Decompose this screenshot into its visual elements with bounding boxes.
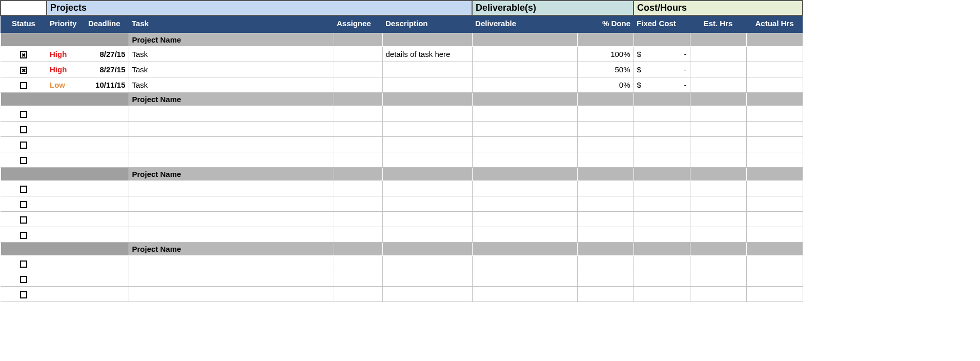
assignee-cell[interactable]	[334, 181, 382, 196]
esthrs-cell[interactable]	[690, 287, 746, 302]
status-checkbox-icon[interactable]	[20, 276, 27, 283]
description-cell[interactable]	[382, 152, 472, 168]
acthrs-cell[interactable]	[746, 212, 803, 227]
task-row[interactable]	[1, 196, 803, 212]
status-checkbox-icon[interactable]	[20, 232, 27, 239]
esthrs-cell[interactable]	[690, 122, 746, 137]
deliverable-cell[interactable]	[472, 227, 577, 243]
task-cell[interactable]	[129, 271, 334, 287]
status-checkbox-icon[interactable]	[20, 82, 27, 89]
description-cell[interactable]	[382, 287, 472, 302]
status-checkbox-icon[interactable]	[20, 142, 27, 149]
task-row[interactable]: High8/27/15Task50%$-	[1, 62, 803, 77]
priority-cell[interactable]	[47, 152, 85, 168]
description-cell[interactable]	[382, 62, 472, 77]
priority-cell[interactable]: Low	[47, 77, 85, 93]
assignee-cell[interactable]	[334, 47, 382, 62]
esthrs-cell[interactable]	[690, 62, 746, 77]
description-cell[interactable]	[382, 227, 472, 243]
deadline-cell[interactable]	[85, 152, 129, 168]
status-cell[interactable]	[1, 212, 47, 227]
acthrs-cell[interactable]	[746, 47, 803, 62]
task-row[interactable]	[1, 212, 803, 227]
status-cell[interactable]	[1, 181, 47, 196]
task-row[interactable]	[1, 227, 803, 243]
fixedcost-cell[interactable]	[634, 152, 690, 168]
status-checkbox-icon[interactable]	[20, 291, 27, 298]
priority-cell[interactable]	[47, 271, 85, 287]
esthrs-cell[interactable]	[690, 77, 746, 93]
fixedcost-cell[interactable]	[634, 122, 690, 137]
acthrs-cell[interactable]	[746, 256, 803, 271]
deliverable-cell[interactable]	[472, 122, 577, 137]
assignee-cell[interactable]	[334, 122, 382, 137]
deadline-cell[interactable]	[85, 122, 129, 137]
pctdone-cell[interactable]	[577, 256, 634, 271]
acthrs-cell[interactable]	[746, 137, 803, 152]
status-cell[interactable]	[1, 227, 47, 243]
description-cell[interactable]	[382, 122, 472, 137]
task-row[interactable]	[1, 256, 803, 271]
deliverable-cell[interactable]	[472, 47, 577, 62]
pctdone-cell[interactable]: 0%	[577, 77, 634, 93]
pctdone-cell[interactable]	[577, 287, 634, 302]
pctdone-cell[interactable]	[577, 227, 634, 243]
status-checkbox-icon[interactable]	[20, 67, 27, 74]
description-cell[interactable]	[382, 212, 472, 227]
task-cell[interactable]	[129, 227, 334, 243]
deadline-cell[interactable]	[85, 271, 129, 287]
acthrs-cell[interactable]	[746, 106, 803, 122]
acthrs-cell[interactable]	[746, 227, 803, 243]
pctdone-cell[interactable]	[577, 196, 634, 212]
fixedcost-cell[interactable]	[634, 137, 690, 152]
deliverable-cell[interactable]	[472, 181, 577, 196]
deadline-cell[interactable]: 8/27/15	[85, 62, 129, 77]
esthrs-cell[interactable]	[690, 181, 746, 196]
task-cell[interactable]	[129, 181, 334, 196]
status-cell[interactable]	[1, 256, 47, 271]
description-cell[interactable]	[382, 137, 472, 152]
task-row[interactable]: Low10/11/15Task0%$-	[1, 77, 803, 93]
status-cell[interactable]	[1, 196, 47, 212]
fixedcost-cell[interactable]	[634, 227, 690, 243]
priority-cell[interactable]	[47, 196, 85, 212]
pctdone-cell[interactable]	[577, 212, 634, 227]
pctdone-cell[interactable]	[577, 137, 634, 152]
task-cell[interactable]	[129, 196, 334, 212]
assignee-cell[interactable]	[334, 152, 382, 168]
status-checkbox-icon[interactable]	[20, 260, 27, 268]
deadline-cell[interactable]	[85, 287, 129, 302]
fixedcost-cell[interactable]	[634, 196, 690, 212]
assignee-cell[interactable]	[334, 77, 382, 93]
pctdone-cell[interactable]	[577, 122, 634, 137]
fixedcost-cell[interactable]	[634, 212, 690, 227]
status-checkbox-icon[interactable]	[20, 157, 27, 164]
deadline-cell[interactable]	[85, 227, 129, 243]
priority-cell[interactable]	[47, 137, 85, 152]
status-checkbox-icon[interactable]	[20, 201, 27, 208]
task-cell[interactable]	[129, 287, 334, 302]
acthrs-cell[interactable]	[746, 152, 803, 168]
description-cell[interactable]	[382, 106, 472, 122]
status-cell[interactable]	[1, 287, 47, 302]
assignee-cell[interactable]	[334, 256, 382, 271]
assignee-cell[interactable]	[334, 271, 382, 287]
deadline-cell[interactable]: 8/27/15	[85, 47, 129, 62]
assignee-cell[interactable]	[334, 227, 382, 243]
task-cell[interactable]	[129, 137, 334, 152]
acthrs-cell[interactable]	[746, 62, 803, 77]
task-row[interactable]	[1, 137, 803, 152]
fixedcost-cell[interactable]: $-	[634, 47, 690, 62]
assignee-cell[interactable]	[334, 62, 382, 77]
acthrs-cell[interactable]	[746, 181, 803, 196]
deliverable-cell[interactable]	[472, 196, 577, 212]
deadline-cell[interactable]	[85, 212, 129, 227]
esthrs-cell[interactable]	[690, 152, 746, 168]
status-cell[interactable]	[1, 122, 47, 137]
deadline-cell[interactable]	[85, 196, 129, 212]
status-cell[interactable]	[1, 47, 47, 62]
priority-cell[interactable]: High	[47, 47, 85, 62]
esthrs-cell[interactable]	[690, 47, 746, 62]
assignee-cell[interactable]	[334, 287, 382, 302]
description-cell[interactable]	[382, 271, 472, 287]
